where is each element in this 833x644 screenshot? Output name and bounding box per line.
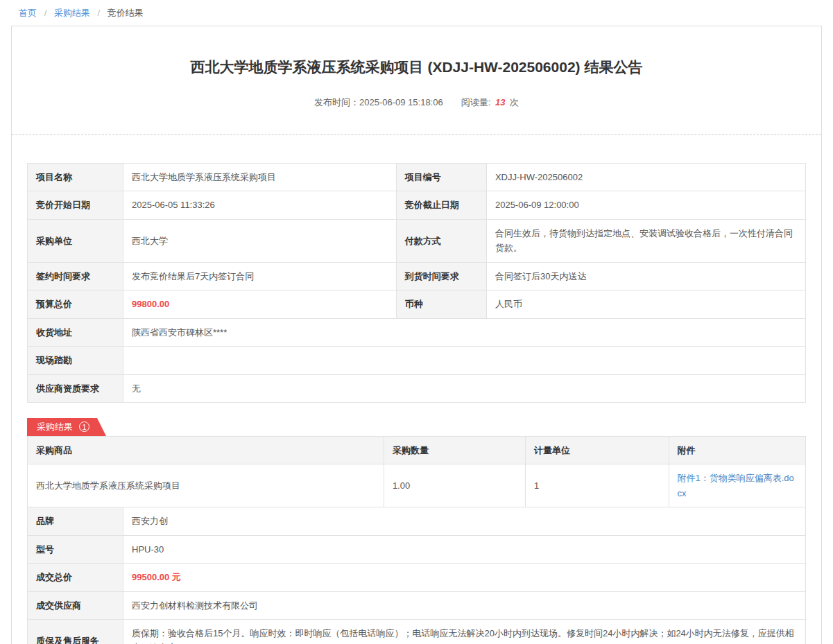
detail-label: 质保及售后服务 [28,620,123,644]
table-row: 型号 HPU-30 [28,535,806,563]
info-label: 竞价开始日期 [28,191,123,219]
column-header: 采购数量 [384,436,525,464]
publish-time-label: 发布时间： [314,97,359,107]
info-label: 现场踏勘 [28,347,123,374]
info-label: 预算总价 [28,290,123,318]
info-value: 2025-06-09 12:00:00 [486,191,805,219]
detail-value: HPU-30 [123,535,806,563]
table-row: 质保及售后服务 质保期：验收合格后15个月。响应时效：即时响应（包括电话响应）；… [28,620,806,644]
table-row: 成交供应商 西安力创材料检测技术有限公司 [28,591,806,619]
budget-total-value: 99800.00 [123,290,397,318]
detail-value: 西安力创 [123,507,806,535]
info-value: XDJJ-HW-202506002 [486,164,805,191]
page-title: 西北大学地质学系液压系统采购项目 (XDJJ-HW-202506002) 结果公… [53,57,780,78]
announcement-meta: 发布时间：2025-06-09 15:18:06阅读量: 13 次 [12,96,821,109]
detail-label: 成交供应商 [28,591,123,619]
info-label: 项目名称 [28,164,123,191]
table-row: 签约时间要求 发布竞价结果后7天内签订合同 到货时间要求 合同签订后30天内送达 [28,262,806,290]
info-label: 到货时间要求 [396,262,486,290]
announcement-card: 西北大学地质学系液压系统采购项目 (XDJJ-HW-202506002) 结果公… [11,26,822,644]
result-badge-row: 采购结果 1 [27,418,806,436]
table-row: 收货地址 陕西省西安市碑林区**** [28,318,806,346]
views-label: 阅读量: [461,97,491,107]
info-value: 西北大学地质学系液压系统采购项目 [123,164,397,191]
dashed-divider [12,134,821,135]
table-row: 西北大学地质学系液压系统采购项目 1.00 1 附件1：货物类响应偏离表.doc… [28,464,806,507]
detail-label: 型号 [28,535,123,563]
column-header: 计量单位 [526,436,669,464]
table-row: 项目名称 西北大学地质学系液压系统采购项目 项目编号 XDJJ-HW-20250… [28,164,806,191]
info-label: 供应商资质要求 [28,374,123,402]
views-count: 13 [495,97,505,107]
product-name: 西北大学地质学系液压系统采购项目 [28,464,384,507]
detail-label: 成交总价 [28,564,123,591]
breadcrumb: 首页 / 采购结果 / 竞价结果 [0,0,833,26]
deal-total-price: 99500.00 元 [123,564,806,591]
column-header: 采购商品 [28,436,384,464]
project-info-table: 项目名称 西北大学地质学系液压系统采购项目 项目编号 XDJJ-HW-20250… [27,163,806,403]
table-row: 预算总价 99800.00 币种 人民币 [28,290,806,318]
table-row: 供应商资质要求 无 [28,374,806,402]
breadcrumb-separator: / [98,8,101,18]
info-value: 2025-06-05 11:33:26 [123,191,397,219]
table-row: 竞价开始日期 2025-06-05 11:33:26 竞价截止日期 2025-0… [28,191,806,219]
table-row: 现场踏勘 [28,347,806,374]
info-value [123,347,806,374]
info-label: 竞价截止日期 [396,191,486,219]
product-unit: 1 [526,464,669,507]
info-value: 陕西省西安市碑林区**** [123,318,806,346]
breadcrumb-home-link[interactable]: 首页 [19,8,37,18]
product-quantity: 1.00 [384,464,525,507]
detail-value: 质保期：验收合格后15个月。响应时效：即时响应（包括电话响应）；电话响应无法解决… [123,620,806,644]
result-detail-table: 品牌 西安力创 型号 HPU-30 成交总价 99500.00 元 成交供应商 … [27,507,806,644]
detail-label: 品牌 [28,507,123,535]
info-value: 发布竞价结果后7天内签订合同 [123,262,397,290]
result-count-badge: 1 [79,421,89,432]
breadcrumb-separator: / [44,8,47,18]
result-table: 采购商品 采购数量 计量单位 附件 西北大学地质学系液压系统采购项目 1.00 … [27,436,806,507]
publish-time-value: 2025-06-09 15:18:06 [359,97,443,107]
views-unit: 次 [510,97,519,107]
table-row: 品牌 西安力创 [28,507,806,535]
info-label: 币种 [396,290,486,318]
table-row: 成交总价 99500.00 元 [28,564,806,591]
result-badge-label: 采购结果 [37,421,73,433]
info-label: 付款方式 [396,219,486,262]
info-value: 人民币 [486,290,805,318]
detail-value: 西安力创材料检测技术有限公司 [123,591,806,619]
attachment-link[interactable]: 附件1：货物类响应偏离表.docx [678,473,794,498]
table-row: 采购单位 西北大学 付款方式 合同生效后，待货物到达指定地点、安装调试验收合格后… [28,219,806,262]
breadcrumb-section-link[interactable]: 采购结果 [54,8,90,18]
info-value: 合同生效后，待货物到达指定地点、安装调试验收合格后，一次性付清合同货款。 [486,219,805,262]
info-label: 签约时间要求 [28,262,123,290]
info-label: 收货地址 [28,318,123,346]
info-label: 采购单位 [28,219,123,262]
result-badge: 采购结果 1 [27,418,106,436]
info-label: 项目编号 [396,164,486,191]
column-header: 附件 [669,436,805,464]
product-attachment-cell: 附件1：货物类响应偏离表.docx [669,464,805,507]
info-value: 西北大学 [123,219,397,262]
info-value: 无 [123,374,806,402]
table-header-row: 采购商品 采购数量 计量单位 附件 [28,436,806,464]
info-value: 合同签订后30天内送达 [486,262,805,290]
breadcrumb-current: 竞价结果 [108,8,144,18]
